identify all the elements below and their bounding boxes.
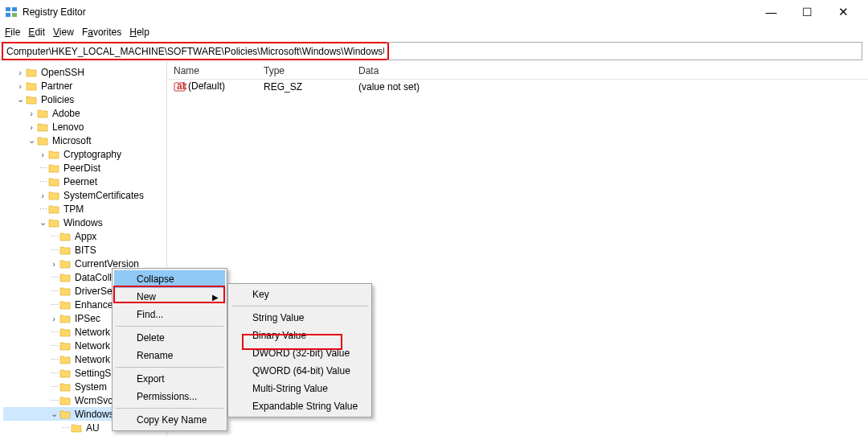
tree-connector-icon: ⋯ [48,232,59,241]
menu-item-collapse[interactable]: Collapse [114,270,225,288]
tree-item-label: PeerDist [63,162,100,174]
value-name: (Default) [188,80,225,92]
tree-connector-icon: ⋯ [37,177,48,186]
menu-item-expandable-string-value[interactable]: Expandable String Value [230,397,370,415]
folder-icon [48,217,61,228]
folder-icon [26,67,39,78]
folder-icon [48,204,61,215]
tree-item-label: SystemCertificates [63,190,144,201]
folder-icon [48,162,61,174]
tree-item-label: Cryptography [63,149,121,160]
tree-connector-icon: ⋯ [48,300,59,309]
tree-item-cryptography[interactable]: ›Cryptography [3,147,166,161]
menu-item-label: Key [252,289,269,300]
menu-item-qword-64-bit-value[interactable]: QWORD (64-bit) Value [230,362,370,380]
svg-text:ab: ab [177,81,186,92]
tree-item-label: DriverSe [75,286,113,297]
addressbar-container [0,40,868,62]
chevron-right-icon[interactable]: › [48,259,59,269]
chevron-right-icon[interactable]: › [14,68,26,77]
tree-item-label: Network [75,340,110,352]
col-data[interactable]: Data [352,63,868,79]
tree-item-partner[interactable]: ›Partner [3,79,166,93]
tree-item-windows[interactable]: ⌄Windows [3,216,166,229]
chevron-down-icon[interactable]: ⌄ [26,135,37,146]
folder-icon [59,258,72,269]
tree-item-policies[interactable]: ⌄Policies [3,93,166,106]
tree-item-openssh[interactable]: ›OpenSSH [3,65,166,79]
tree-item-tpm[interactable]: ⋯TPM [3,202,166,216]
menu-item-key[interactable]: Key [230,286,370,303]
tree-item-systemcertificates[interactable]: ›SystemCertificates [3,188,166,202]
menu-favorites[interactable]: Favorites [82,27,121,38]
menu-item-new[interactable]: New▶ [114,288,225,306]
tree-item-adobe[interactable]: ›Adobe [3,106,166,120]
col-type[interactable]: Type [257,63,352,79]
menu-view[interactable]: View [53,27,74,38]
menu-item-delete[interactable]: Delete [114,329,225,347]
menu-item-string-value[interactable]: String Value [230,309,370,327]
menu-item-multi-string-value[interactable]: Multi-String Value [230,380,370,397]
tree-connector-icon: ⋯ [48,382,59,391]
chevron-right-icon[interactable]: › [26,122,37,132]
menu-item-label: Copy Key Name [137,414,207,426]
folder-icon [59,409,72,420]
tree-item-label: Network [75,327,110,338]
folder-icon [59,231,72,242]
menu-item-permissions-[interactable]: Permissions... [114,388,225,405]
col-name[interactable]: Name [167,63,257,79]
tree-item-microsoft[interactable]: ⌄Microsoft [3,134,166,147]
menu-item-label: Find... [137,309,163,320]
folder-icon [59,245,72,256]
chevron-right-icon[interactable]: › [26,109,37,118]
tree-item-label: System [75,381,107,393]
chevron-right-icon[interactable]: › [14,81,26,91]
context-menu[interactable]: CollapseNew▶Find...DeleteRenameExportPer… [112,268,227,431]
menu-item-rename[interactable]: Rename [114,347,225,364]
menu-item-binary-value[interactable]: Binary Value [230,327,370,344]
chevron-down-icon[interactable]: ⌄ [48,409,59,419]
addressbar[interactable] [3,43,387,59]
tree-item-peerdist[interactable]: ⋯PeerDist [3,161,166,175]
tree-item-label: Peernet [63,176,97,187]
folder-icon [37,121,50,133]
tree-item-appx[interactable]: ⋯Appx [3,229,166,243]
menu-edit[interactable]: Edit [28,27,45,38]
context-submenu-new[interactable]: KeyString ValueBinary ValueDWORD (32-bit… [227,283,372,417]
menu-help[interactable]: Help [129,27,149,38]
tree-item-lenovo[interactable]: ›Lenovo [3,120,166,134]
list-row[interactable]: ab(Default)REG_SZ(value not set) [167,80,868,94]
menu-item-label: Multi-String Value [252,383,328,394]
tree-item-peernet[interactable]: ⋯Peernet [3,175,166,188]
maximize-button[interactable]: ☐ [789,1,825,23]
close-button[interactable]: ✕ [825,1,862,23]
folder-icon [37,135,50,146]
folder-icon [59,286,72,297]
tree-item-bits[interactable]: ⋯BITS [3,243,166,257]
tree-connector-icon: ⋯ [59,423,71,432]
menu-item-dword-32-bit-value[interactable]: DWORD (32-bit) Value [230,344,370,362]
minimize-button[interactable]: — [753,1,789,23]
chevron-right-icon[interactable]: › [37,150,48,159]
chevron-down-icon[interactable]: ⌄ [37,217,48,228]
folder-icon [37,108,50,119]
titlebar: Registry Editor — ☐ ✕ [0,0,868,24]
regedit-icon [5,6,18,19]
tree-item-label: AU [86,422,100,434]
menu-item-label: Export [137,373,165,385]
tree-item-label: Network [75,354,110,365]
menu-item-export[interactable]: Export [114,370,225,388]
folder-icon [59,299,72,311]
menu-item-copy-key-name[interactable]: Copy Key Name [114,411,225,429]
chevron-right-icon[interactable]: › [37,191,48,200]
menu-item-find-[interactable]: Find... [114,306,225,323]
tree-item-label: Adobe [52,108,80,119]
menu-file[interactable]: File [5,27,20,38]
chevron-right-icon[interactable]: › [48,314,59,323]
tree-item-label: BITS [75,245,96,256]
chevron-down-icon[interactable]: ⌄ [14,94,26,105]
folder-icon [59,272,72,283]
tree-connector-icon: ⋯ [48,396,59,405]
menu-item-label: Binary Value [252,330,306,341]
menu-separator [116,367,223,368]
